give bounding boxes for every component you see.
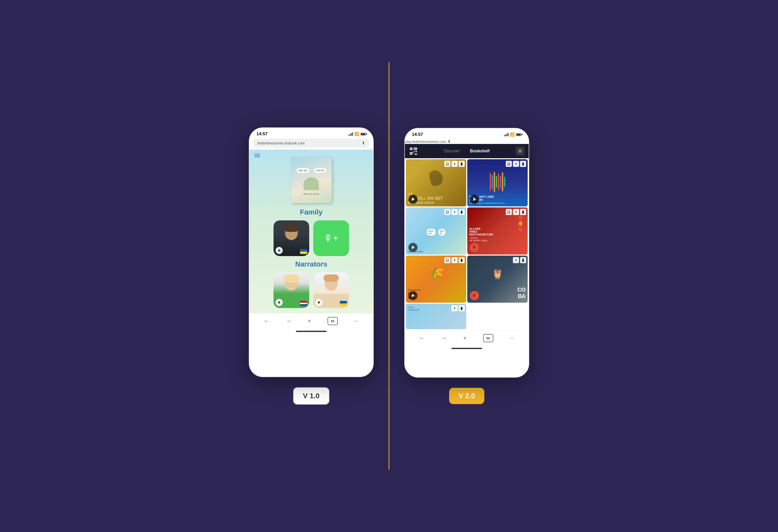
speech-bubble-meine: MeineOpa xyxy=(427,229,436,236)
book-card-2[interactable]: Iryna KostiukEva FransisZhylimon xyxy=(467,159,528,206)
add-tab-v1[interactable]: + xyxy=(308,318,311,324)
more-button-v1[interactable]: ··· xyxy=(354,318,359,324)
book-6-title-text: СОВА xyxy=(518,286,526,300)
narrator-ukrainian-avatar[interactable] xyxy=(313,272,349,308)
download-icon-1: ⬇ xyxy=(452,161,458,167)
narrator-avatars xyxy=(274,272,349,308)
book-cover-inner: Mijn opa Мое ба Better Time Stories xyxy=(291,157,332,203)
speech-bubble-1: Mijn opa xyxy=(297,168,309,173)
share-icon-v2[interactable]: ⬆ xyxy=(447,140,451,144)
ukraine-flag-narrator xyxy=(340,301,347,306)
family-title: Family xyxy=(300,208,323,216)
headphone-icon-3: 🎧 xyxy=(444,209,451,215)
home-indicator-v2 xyxy=(452,348,482,349)
book-card-3[interactable]: MeineOpa Моеба Better Time Stories xyxy=(406,207,466,255)
time-v2: 14:57 xyxy=(412,132,423,137)
tab-discover[interactable]: Discover xyxy=(439,147,465,155)
svg-rect-12 xyxy=(415,154,417,155)
book-card-6[interactable]: 🦉 СОВА ⬇ 📱 🎙 xyxy=(467,256,528,303)
book-2-bars xyxy=(469,170,526,193)
book-3-credits: Better Time Stories xyxy=(408,251,464,253)
headphone-icon-5: 🎧 xyxy=(444,257,451,263)
play-triangle-5 xyxy=(412,294,414,297)
signal-bar-v2-3 xyxy=(507,134,507,136)
share-icon-v1[interactable]: ⬆ xyxy=(362,141,365,146)
download-icon-2: ⬇ xyxy=(513,161,519,167)
svg-rect-8 xyxy=(415,151,415,152)
settings-button[interactable] xyxy=(516,147,525,156)
status-bar-v2: 14:57 📶 xyxy=(405,128,529,139)
url-text-v2: play.bettertimestories.com xyxy=(405,140,446,144)
play-button-2[interactable] xyxy=(470,195,479,204)
play-button-1[interactable] xyxy=(408,195,417,204)
svg-rect-11 xyxy=(413,152,414,153)
nav-tabs: Discover Bookshelf xyxy=(439,147,495,155)
phone-icon-7: 📱 xyxy=(459,305,465,312)
play-button-3[interactable] xyxy=(408,243,417,252)
back-button-v1[interactable]: ← xyxy=(263,318,269,324)
svg-rect-3 xyxy=(415,148,416,149)
tab-count-v1[interactable]: 96 xyxy=(327,317,338,325)
record-button-6[interactable]: 🎙 xyxy=(470,291,479,300)
play-badge-dutch[interactable] xyxy=(276,299,283,306)
headphone-icon-2: 🎧 xyxy=(506,161,512,167)
phone-icon-5: 📱 xyxy=(459,257,465,263)
headphone-icon-1: 🎧 xyxy=(444,161,451,167)
svg-rect-5 xyxy=(411,153,412,154)
content-area-v1: Mijn opa Мое ба Better Time Stories Fami… xyxy=(249,150,373,313)
hamburger-line-1 xyxy=(254,154,260,154)
forward-button-v1[interactable]: → xyxy=(286,318,291,324)
wifi-icon-v2: 📶 xyxy=(510,132,515,137)
record-button-4[interactable]: 🎙 xyxy=(470,243,479,252)
book-card-7[interactable]: YosypZHARIASSE ⬇ 📱 xyxy=(406,304,466,329)
url-bar-v2[interactable]: play.bettertimestories.com ⬆ xyxy=(405,139,529,144)
status-icons-v2: 📶 xyxy=(504,132,522,137)
book-card-5[interactable]: 🌾 Eine kühnen idee! ідея 🎧 ⬇ 📱 xyxy=(406,256,466,303)
version-badge-v2: V 2.0 xyxy=(449,388,484,404)
back-button-v2[interactable]: ← xyxy=(419,335,425,341)
divider-line xyxy=(389,62,390,470)
more-button-v2[interactable]: ··· xyxy=(510,335,514,341)
signal-bar-v2-2 xyxy=(505,134,506,136)
add-narrator-box[interactable]: 🎙+ xyxy=(313,220,349,256)
download-icon-7: ⬇ xyxy=(452,305,458,312)
book-7-icons: ⬇ 📱 xyxy=(452,305,465,312)
book-3-icons: 🎧 ⬇ 📱 xyxy=(444,209,465,215)
url-bar-v1[interactable]: bettertimestories.iksbook.com ⬆ xyxy=(253,139,369,148)
download-icon-6: ⬇ xyxy=(513,257,519,263)
netherlands-flag xyxy=(300,301,307,306)
tab-count-v2[interactable]: 96 xyxy=(483,334,493,342)
bottom-toolbar-v2: ← → + 96 ··· xyxy=(405,330,529,346)
tab-bookshelf[interactable]: Bookshelf xyxy=(465,147,494,155)
book-card-1[interactable]: YELENA ORA JA,ICH WILL INS BET ЯК, Я ХОЧ… xyxy=(406,159,466,206)
hamburger-line-3 xyxy=(254,157,260,157)
speech-bubble-2: Мое ба xyxy=(314,168,326,173)
qr-icon[interactable] xyxy=(409,147,418,156)
family-man-avatar[interactable] xyxy=(274,220,309,256)
main-container: 14:57 📶 bettertimestories.iksboo xyxy=(0,0,778,532)
hamburger-menu[interactable] xyxy=(254,154,260,157)
book-small-text: Better Time Stories xyxy=(304,193,319,195)
narrator-dutch-avatar[interactable] xyxy=(274,272,309,308)
home-indicator-v1 xyxy=(296,331,326,332)
forward-button-v2[interactable]: → xyxy=(441,335,447,341)
mic-icon-6: 🎙 xyxy=(473,293,476,297)
status-bar-v1: 14:57 📶 xyxy=(249,128,373,139)
svg-rect-6 xyxy=(413,148,414,148)
download-icon-4: ⬇ xyxy=(513,209,519,215)
speech-bubble-moe: Моеба xyxy=(439,229,446,236)
play-badge-man[interactable] xyxy=(276,247,283,254)
play-badge-ukrainian[interactable] xyxy=(315,299,322,306)
url-text-v1: bettertimestories.iksbook.com xyxy=(257,141,305,145)
nav-bar-v2: Discover Bookshelf xyxy=(405,144,529,158)
add-tab-v2[interactable]: + xyxy=(463,335,466,341)
status-icons-v1: 📶 xyxy=(348,132,366,136)
book-card-4[interactable]: Iryna KostiukZhylimon ALS DERKRIEGNACH H… xyxy=(467,207,528,255)
hamburger-line-2 xyxy=(254,155,260,156)
mic-icon-4: 🎙 xyxy=(473,245,476,250)
svg-rect-10 xyxy=(416,151,417,152)
play-button-5[interactable] xyxy=(408,291,417,300)
signal-bars-v2 xyxy=(504,133,509,136)
phone-icon-6: 📱 xyxy=(520,257,526,263)
phone-v2: 14:57 📶 play.bettertimestories.c xyxy=(404,128,529,378)
